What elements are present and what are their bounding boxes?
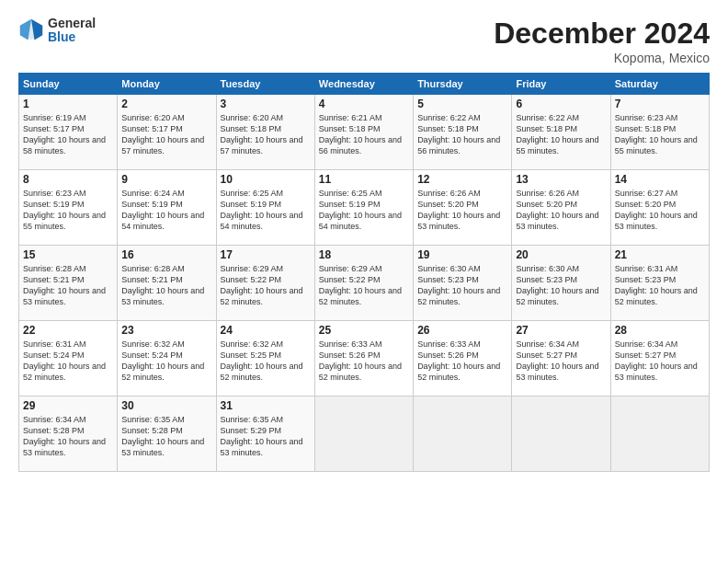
table-row: 1 Sunrise: 6:19 AM Sunset: 5:17 PM Dayli… bbox=[19, 95, 118, 170]
table-row: 9 Sunrise: 6:24 AM Sunset: 5:19 PM Dayli… bbox=[118, 170, 216, 246]
day-number: 3 bbox=[221, 98, 311, 110]
day-number: 26 bbox=[417, 324, 507, 337]
logo: General Blue bbox=[18, 17, 96, 45]
cell-content: Sunrise: 6:28 AM Sunset: 5:21 PM Dayligh… bbox=[121, 263, 211, 308]
logo-general-text: General bbox=[48, 17, 96, 30]
table-row: 26 Sunrise: 6:33 AM Sunset: 5:26 PM Dayl… bbox=[414, 321, 512, 396]
cell-content: Sunrise: 6:30 AM Sunset: 5:23 PM Dayligh… bbox=[516, 263, 606, 308]
cell-content: Sunrise: 6:22 AM Sunset: 5:18 PM Dayligh… bbox=[516, 112, 606, 157]
cell-content: Sunrise: 6:34 AM Sunset: 5:27 PM Dayligh… bbox=[615, 339, 705, 384]
table-row: 13 Sunrise: 6:26 AM Sunset: 5:20 PM Dayl… bbox=[512, 170, 610, 246]
day-number: 19 bbox=[417, 248, 507, 261]
logo-text: General Blue bbox=[48, 17, 96, 45]
day-number: 30 bbox=[121, 399, 211, 412]
logo-icon bbox=[18, 17, 44, 43]
calendar-week-row: 1 Sunrise: 6:19 AM Sunset: 5:17 PM Dayli… bbox=[19, 95, 710, 170]
table-row bbox=[314, 396, 413, 472]
day-number: 2 bbox=[121, 98, 211, 110]
day-number: 22 bbox=[23, 324, 113, 337]
cell-content: Sunrise: 6:32 AM Sunset: 5:25 PM Dayligh… bbox=[221, 339, 311, 384]
table-row: 6 Sunrise: 6:22 AM Sunset: 5:18 PM Dayli… bbox=[512, 95, 610, 170]
day-number: 4 bbox=[319, 98, 409, 110]
table-row: 21 Sunrise: 6:31 AM Sunset: 5:23 PM Dayl… bbox=[610, 246, 709, 321]
header-sunday: Sunday bbox=[19, 74, 118, 95]
header-saturday: Saturday bbox=[610, 74, 709, 95]
cell-content: Sunrise: 6:23 AM Sunset: 5:18 PM Dayligh… bbox=[615, 112, 705, 157]
table-row: 3 Sunrise: 6:20 AM Sunset: 5:18 PM Dayli… bbox=[216, 95, 314, 170]
header-tuesday: Tuesday bbox=[216, 74, 314, 95]
cell-content: Sunrise: 6:29 AM Sunset: 5:22 PM Dayligh… bbox=[221, 263, 311, 308]
cell-content: Sunrise: 6:24 AM Sunset: 5:19 PM Dayligh… bbox=[121, 188, 211, 233]
title-block: December 2024 Kopoma, Mexico bbox=[494, 17, 710, 65]
day-number: 14 bbox=[615, 173, 705, 186]
cell-content: Sunrise: 6:29 AM Sunset: 5:22 PM Dayligh… bbox=[319, 263, 409, 308]
table-row: 8 Sunrise: 6:23 AM Sunset: 5:19 PM Dayli… bbox=[19, 170, 118, 246]
table-row: 11 Sunrise: 6:25 AM Sunset: 5:19 PM Dayl… bbox=[314, 170, 413, 246]
header: General Blue December 2024 Kopoma, Mexic… bbox=[18, 17, 710, 65]
calendar-location: Kopoma, Mexico bbox=[494, 51, 710, 65]
cell-content: Sunrise: 6:32 AM Sunset: 5:24 PM Dayligh… bbox=[121, 339, 211, 384]
day-number: 7 bbox=[615, 98, 705, 110]
table-row bbox=[512, 396, 610, 472]
calendar-header-row: Sunday Monday Tuesday Wednesday Thursday… bbox=[19, 74, 710, 95]
calendar-week-row: 29 Sunrise: 6:34 AM Sunset: 5:28 PM Dayl… bbox=[19, 396, 710, 472]
table-row: 18 Sunrise: 6:29 AM Sunset: 5:22 PM Dayl… bbox=[314, 246, 413, 321]
cell-content: Sunrise: 6:28 AM Sunset: 5:21 PM Dayligh… bbox=[23, 263, 113, 308]
header-wednesday: Wednesday bbox=[314, 74, 413, 95]
table-row: 7 Sunrise: 6:23 AM Sunset: 5:18 PM Dayli… bbox=[610, 95, 709, 170]
day-number: 12 bbox=[417, 173, 507, 186]
table-row: 17 Sunrise: 6:29 AM Sunset: 5:22 PM Dayl… bbox=[216, 246, 314, 321]
table-row: 12 Sunrise: 6:26 AM Sunset: 5:20 PM Dayl… bbox=[414, 170, 512, 246]
table-row: 28 Sunrise: 6:34 AM Sunset: 5:27 PM Dayl… bbox=[610, 321, 709, 396]
cell-content: Sunrise: 6:34 AM Sunset: 5:28 PM Dayligh… bbox=[23, 414, 113, 459]
day-number: 25 bbox=[319, 324, 409, 337]
cell-content: Sunrise: 6:35 AM Sunset: 5:29 PM Dayligh… bbox=[221, 414, 311, 459]
day-number: 23 bbox=[121, 324, 211, 337]
calendar-week-row: 8 Sunrise: 6:23 AM Sunset: 5:19 PM Dayli… bbox=[19, 170, 710, 246]
day-number: 10 bbox=[221, 173, 311, 186]
cell-content: Sunrise: 6:25 AM Sunset: 5:19 PM Dayligh… bbox=[221, 188, 311, 233]
day-number: 24 bbox=[221, 324, 311, 337]
cell-content: Sunrise: 6:26 AM Sunset: 5:20 PM Dayligh… bbox=[516, 188, 606, 233]
table-row: 24 Sunrise: 6:32 AM Sunset: 5:25 PM Dayl… bbox=[216, 321, 314, 396]
cell-content: Sunrise: 6:20 AM Sunset: 5:17 PM Dayligh… bbox=[121, 112, 211, 157]
table-row: 2 Sunrise: 6:20 AM Sunset: 5:17 PM Dayli… bbox=[118, 95, 216, 170]
cell-content: Sunrise: 6:25 AM Sunset: 5:19 PM Dayligh… bbox=[319, 188, 409, 233]
table-row: 5 Sunrise: 6:22 AM Sunset: 5:18 PM Dayli… bbox=[414, 95, 512, 170]
cell-content: Sunrise: 6:33 AM Sunset: 5:26 PM Dayligh… bbox=[319, 339, 409, 384]
day-number: 31 bbox=[221, 399, 311, 412]
cell-content: Sunrise: 6:21 AM Sunset: 5:18 PM Dayligh… bbox=[319, 112, 409, 157]
page: General Blue December 2024 Kopoma, Mexic… bbox=[0, 0, 728, 563]
table-row: 25 Sunrise: 6:33 AM Sunset: 5:26 PM Dayl… bbox=[314, 321, 413, 396]
cell-content: Sunrise: 6:33 AM Sunset: 5:26 PM Dayligh… bbox=[417, 339, 507, 384]
day-number: 5 bbox=[417, 98, 507, 110]
cell-content: Sunrise: 6:27 AM Sunset: 5:20 PM Dayligh… bbox=[615, 188, 705, 233]
cell-content: Sunrise: 6:35 AM Sunset: 5:28 PM Dayligh… bbox=[121, 414, 211, 459]
table-row: 30 Sunrise: 6:35 AM Sunset: 5:28 PM Dayl… bbox=[118, 396, 216, 472]
day-number: 8 bbox=[23, 173, 113, 186]
day-number: 1 bbox=[23, 98, 113, 110]
day-number: 15 bbox=[23, 248, 113, 261]
day-number: 17 bbox=[221, 248, 311, 261]
table-row: 4 Sunrise: 6:21 AM Sunset: 5:18 PM Dayli… bbox=[314, 95, 413, 170]
cell-content: Sunrise: 6:19 AM Sunset: 5:17 PM Dayligh… bbox=[23, 112, 113, 157]
table-row: 15 Sunrise: 6:28 AM Sunset: 5:21 PM Dayl… bbox=[19, 246, 118, 321]
cell-content: Sunrise: 6:23 AM Sunset: 5:19 PM Dayligh… bbox=[23, 188, 113, 233]
day-number: 16 bbox=[121, 248, 211, 261]
table-row: 10 Sunrise: 6:25 AM Sunset: 5:19 PM Dayl… bbox=[216, 170, 314, 246]
table-row: 29 Sunrise: 6:34 AM Sunset: 5:28 PM Dayl… bbox=[19, 396, 118, 472]
cell-content: Sunrise: 6:22 AM Sunset: 5:18 PM Dayligh… bbox=[417, 112, 507, 157]
day-number: 20 bbox=[516, 248, 606, 261]
cell-content: Sunrise: 6:30 AM Sunset: 5:23 PM Dayligh… bbox=[417, 263, 507, 308]
table-row: 19 Sunrise: 6:30 AM Sunset: 5:23 PM Dayl… bbox=[414, 246, 512, 321]
calendar-title: December 2024 bbox=[494, 17, 710, 51]
header-thursday: Thursday bbox=[414, 74, 512, 95]
day-number: 28 bbox=[615, 324, 705, 337]
table-row: 20 Sunrise: 6:30 AM Sunset: 5:23 PM Dayl… bbox=[512, 246, 610, 321]
day-number: 27 bbox=[516, 324, 606, 337]
cell-content: Sunrise: 6:31 AM Sunset: 5:23 PM Dayligh… bbox=[615, 263, 705, 308]
calendar-week-row: 22 Sunrise: 6:31 AM Sunset: 5:24 PM Dayl… bbox=[19, 321, 710, 396]
table-row bbox=[414, 396, 512, 472]
cell-content: Sunrise: 6:34 AM Sunset: 5:27 PM Dayligh… bbox=[516, 339, 606, 384]
table-row: 14 Sunrise: 6:27 AM Sunset: 5:20 PM Dayl… bbox=[610, 170, 709, 246]
